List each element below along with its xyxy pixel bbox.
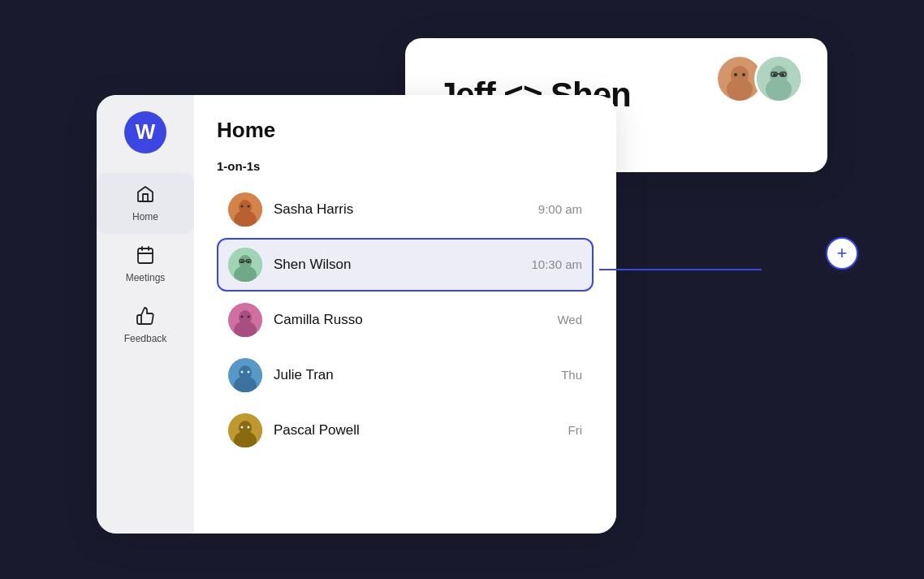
avatar-sasha xyxy=(228,192,262,227)
meetings-icon xyxy=(136,245,155,268)
avatar-julie xyxy=(228,358,262,392)
sidebar-item-home[interactable]: Home xyxy=(97,173,194,234)
avatar-shen-list xyxy=(228,248,262,282)
meeting-row-pascal[interactable]: Pascal Powell Fri xyxy=(217,404,594,457)
home-icon xyxy=(136,184,155,207)
svg-point-21 xyxy=(248,205,250,207)
avatar-camilla xyxy=(228,303,262,337)
feedback-icon xyxy=(136,306,155,329)
meeting-time-camilla: Wed xyxy=(557,313,582,326)
svg-point-43 xyxy=(241,426,244,428)
svg-point-7 xyxy=(766,78,792,101)
svg-point-20 xyxy=(241,205,244,207)
main-title: Home xyxy=(217,118,594,143)
meeting-name-sasha: Sasha Harris xyxy=(274,201,538,218)
home-label: Home xyxy=(132,211,158,223)
meetings-label: Meetings xyxy=(126,272,166,283)
meeting-row-shen[interactable]: Shen Wilson 10:30 am xyxy=(217,238,594,292)
meeting-name-julie: Julie Tran xyxy=(274,367,561,383)
meeting-row-camilla[interactable]: Camilla Russo Wed xyxy=(217,293,594,347)
meeting-name-camilla: Camilla Russo xyxy=(274,312,557,328)
svg-point-4 xyxy=(742,73,745,76)
shen-face-svg xyxy=(757,57,801,101)
svg-point-2 xyxy=(727,78,753,101)
avatars-group xyxy=(715,54,803,103)
svg-point-39 xyxy=(248,370,250,373)
section-label: 1-on-1s xyxy=(217,159,594,173)
sidebar: W Home xyxy=(97,95,194,534)
meeting-list: Sasha Harris 9:00 am Shen Wilson 10:30 a… xyxy=(217,183,594,457)
sidebar-item-meetings[interactable]: Meetings xyxy=(97,234,194,295)
avatar-pascal xyxy=(228,413,262,447)
connector-line xyxy=(599,269,762,270)
app-logo[interactable]: W xyxy=(124,111,166,153)
svg-point-38 xyxy=(241,370,244,373)
svg-point-33 xyxy=(241,315,244,318)
sidebar-item-feedback[interactable]: Feedback xyxy=(97,295,194,356)
meeting-time-shen: 10:30 am xyxy=(531,257,582,271)
svg-point-3 xyxy=(734,73,737,76)
main-content: Home 1-on-1s Sasha Harris 9:00 am Shen xyxy=(194,95,616,534)
meeting-name-pascal: Pascal Powell xyxy=(274,422,568,439)
app-card: W Home xyxy=(97,95,616,534)
meeting-row-julie[interactable]: Julie Tran Thu xyxy=(217,348,594,402)
feedback-label: Feedback xyxy=(124,333,167,344)
meeting-time-sasha: 9:00 am xyxy=(538,202,582,216)
meeting-time-julie: Thu xyxy=(561,368,582,382)
meeting-name-shen: Shen Wilson xyxy=(274,257,531,273)
svg-point-34 xyxy=(248,315,250,318)
svg-rect-13 xyxy=(138,248,153,263)
svg-point-44 xyxy=(248,426,250,428)
avatar-shen xyxy=(754,54,803,103)
meeting-time-pascal: Fri xyxy=(568,423,583,437)
add-button[interactable]: + xyxy=(826,237,858,270)
meeting-row-sasha[interactable]: Sasha Harris 9:00 am xyxy=(217,183,594,236)
